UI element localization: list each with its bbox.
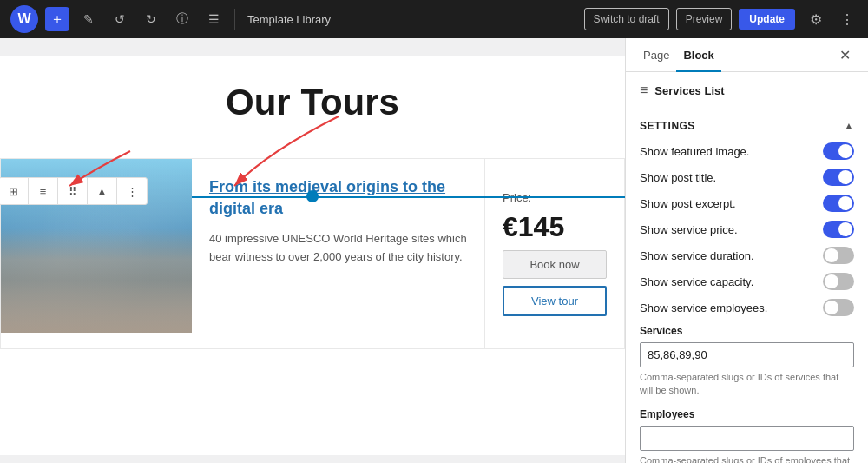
toolbar-right: Switch to draft Preview Update ⚙ ⋮ [584, 5, 858, 33]
toggle-service-price-label: Show service price. [640, 223, 738, 236]
page-title-section: Our Tours [0, 56, 625, 141]
services-field: Services Comma-separated slugs or IDs of… [640, 325, 854, 398]
wp-logo[interactable]: W [10, 5, 38, 33]
block-align-btn[interactable]: ≡ [29, 178, 58, 204]
toggle-service-duration: Show service duration. [640, 247, 854, 264]
switch-draft-button[interactable]: Switch to draft [584, 8, 669, 30]
toolbar-divider [234, 9, 235, 30]
toggle-post-excerpt-switch[interactable] [823, 195, 854, 212]
toggle-service-employees: Show service employees. [640, 299, 854, 316]
settings-chevron-icon: ▲ [844, 120, 854, 132]
toggle-post-title-switch[interactable] [823, 169, 854, 186]
sidebar-tabs: Page Block ✕ [626, 38, 868, 72]
wp-logo-letter: W [17, 11, 30, 27]
toggle-service-capacity-switch[interactable] [823, 273, 854, 290]
block-header: ≡ Services List [626, 72, 868, 109]
venice-skyline [1, 228, 192, 333]
toggle-post-title-label: Show post title. [640, 171, 716, 184]
undo-button[interactable]: ↺ [108, 7, 132, 31]
employees-field: Employees Comma-separated slugs or IDs o… [640, 408, 854, 463]
services-list-icon: ≡ [640, 83, 648, 98]
toggle-service-price-switch[interactable] [823, 221, 854, 238]
toggle-post-excerpt: Show post excerpt. [640, 195, 854, 212]
page-title: Our Tours [0, 82, 625, 123]
settings-section-header[interactable]: Settings ▲ [640, 120, 854, 132]
page-canvas: Our Tours ⊞ ≡ ⠿ ▲ ⋮ [0, 56, 625, 455]
block-more-btn[interactable]: ⋮ [117, 178, 147, 204]
view-tour-button[interactable]: View tour [503, 286, 607, 316]
settings-section-title: Settings [640, 120, 695, 132]
settings-section: Settings ▲ Show featured image. Show pos… [626, 109, 868, 463]
block-drag-btn[interactable]: ⠿ [58, 178, 88, 204]
tour-card-area: From its medieval origins to the digital… [0, 141, 625, 367]
services-field-label: Services [640, 325, 854, 337]
employees-field-label: Employees [640, 408, 854, 420]
book-now-button[interactable]: Book now [503, 250, 607, 279]
main-layout: Our Tours ⊞ ≡ ⠿ ▲ ⋮ [0, 38, 868, 463]
block-selection-handle[interactable] [306, 190, 319, 202]
tour-title: From its medieval origins to the digital… [209, 176, 467, 220]
add-block-button[interactable]: ＋ [45, 7, 69, 31]
toggle-featured-image-switch[interactable] [823, 142, 854, 160]
toggle-featured-image-label: Show featured image. [640, 145, 749, 158]
services-input[interactable] [640, 342, 854, 367]
price-value: €145 [503, 211, 564, 243]
update-button[interactable]: Update [739, 9, 795, 30]
preview-button[interactable]: Preview [676, 8, 733, 30]
tools-icon-btn[interactable]: ✎ [76, 7, 101, 31]
tour-excerpt: 40 impressive UNESCO World Heritage site… [209, 230, 467, 267]
top-toolbar: W ＋ ✎ ↺ ↻ ⓘ ☰ Template Library Switch to… [0, 0, 868, 38]
toggle-service-employees-switch[interactable] [823, 299, 854, 316]
editor-area: Our Tours ⊞ ≡ ⠿ ▲ ⋮ [0, 38, 625, 463]
block-toolbar: ⊞ ≡ ⠿ ▲ ⋮ [0, 177, 148, 205]
employees-field-hint: Comma-separated slugs or IDs of employee… [640, 454, 854, 463]
redo-button[interactable]: ↻ [139, 7, 163, 31]
toolbar-title: Template Library [247, 13, 577, 26]
toggle-service-price: Show service price. [640, 221, 854, 238]
tour-price-area: Price: €145 Book now View tour [484, 159, 624, 348]
list-view-button[interactable]: ☰ [201, 7, 226, 31]
toggle-service-duration-label: Show service duration. [640, 249, 754, 262]
block-type-switcher[interactable]: ⊞ [0, 178, 29, 204]
right-sidebar: Page Block ✕ ≡ Services List Settings ▲ … [625, 38, 868, 463]
info-button[interactable]: ⓘ [170, 7, 194, 31]
toggle-service-employees-label: Show service employees. [640, 301, 767, 314]
services-field-hint: Comma-separated slugs or IDs of services… [640, 371, 854, 398]
toggle-service-capacity: Show service capacity. [640, 273, 854, 290]
tab-page[interactable]: Page [636, 38, 676, 72]
toggle-post-excerpt-label: Show post excerpt. [640, 197, 736, 210]
settings-gear-button[interactable]: ⚙ [802, 5, 830, 33]
block-move-up-btn[interactable]: ▲ [88, 178, 117, 204]
more-options-button[interactable]: ⋮ [837, 9, 858, 30]
toggle-service-capacity-label: Show service capacity. [640, 275, 753, 288]
sidebar-close-button[interactable]: ✕ [832, 38, 858, 71]
toggle-post-title: Show post title. [640, 169, 854, 186]
toggle-featured-image: Show featured image. [640, 142, 854, 160]
block-name-label: Services List [654, 84, 724, 97]
tab-block[interactable]: Block [676, 38, 720, 72]
employees-input[interactable] [640, 426, 854, 451]
tour-content: From its medieval origins to the digital… [192, 159, 484, 348]
toggle-service-duration-switch[interactable] [823, 247, 854, 264]
